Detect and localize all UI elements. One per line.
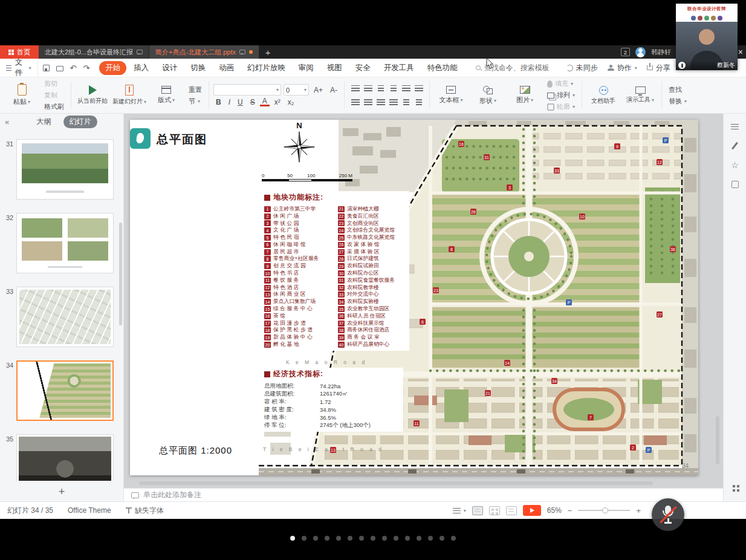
slide-indicator-dot[interactable] <box>428 536 433 541</box>
menu-item-9[interactable]: 安全 <box>349 61 377 75</box>
save-icon[interactable] <box>43 65 50 71</box>
reset-button[interactable]: 重置 <box>186 85 204 95</box>
slide-thumbnail-32[interactable]: 32 <box>0 213 123 273</box>
slide-thumbnail-35[interactable]: 35 <box>0 434 123 481</box>
menu-item-1[interactable]: 开始 <box>99 61 126 75</box>
replace-button[interactable]: 替换▾ <box>666 96 689 106</box>
slide-indicator-dot[interactable] <box>348 536 352 541</box>
font-size-combo[interactable]: ▾ <box>284 84 309 96</box>
bullet-list-icon[interactable] <box>351 85 360 92</box>
font-color-button[interactable]: A <box>260 97 270 106</box>
superscript-button[interactable]: x² <box>272 98 283 106</box>
search-input[interactable] <box>484 63 562 72</box>
add-slide-button[interactable]: + <box>0 484 123 499</box>
vertical-scrollbar[interactable] <box>716 416 719 464</box>
missing-font-warning[interactable]: 缺失字体 <box>126 506 164 516</box>
muted-microphone-overlay[interactable] <box>652 498 684 531</box>
align-center-icon[interactable] <box>364 99 372 106</box>
slide-indicator-dot[interactable] <box>290 536 295 541</box>
menu-item-7[interactable]: 审阅 <box>293 61 320 75</box>
align-objects-icon[interactable] <box>416 99 422 106</box>
slide-indicator-dot[interactable] <box>439 536 444 541</box>
slide-indicator-dot[interactable] <box>336 536 341 541</box>
fill-button[interactable]: 填充▾ <box>545 79 577 89</box>
theme-name[interactable]: Office Theme <box>68 506 111 515</box>
new-slide-button[interactable]: 新建幻灯片▾ <box>112 80 146 111</box>
present-tools-button[interactable]: 演示工具▾ <box>623 80 657 111</box>
print-icon[interactable] <box>56 66 63 71</box>
align-right-icon[interactable] <box>377 99 385 106</box>
normal-view-button[interactable] <box>472 506 483 515</box>
section-button[interactable]: 节▾ <box>186 96 204 106</box>
webcam-overlay[interactable]: 联合毕业设计答辩 蔡新冬 <box>676 4 738 70</box>
reading-view-button[interactable] <box>506 506 517 515</box>
collapse-panel-button[interactable]: « <box>5 117 9 126</box>
thumbnail-preview[interactable] <box>16 434 114 481</box>
zoom-out-button[interactable]: − <box>568 506 572 515</box>
thumbnail-preview[interactable] <box>16 139 114 200</box>
arrange-button[interactable]: 排列▾ <box>545 90 577 100</box>
sync-status[interactable]: 未同步 <box>566 63 598 73</box>
new-tab-button[interactable]: + <box>259 45 276 59</box>
copy-button[interactable]: 复制 <box>42 90 66 100</box>
font-name-combo[interactable]: ▾ <box>213 84 281 96</box>
slide-indicator-dot[interactable] <box>371 536 375 541</box>
strikethrough-button[interactable]: S <box>248 98 258 106</box>
thumbnail-preview[interactable] <box>16 360 114 421</box>
slide-indicator-dot[interactable] <box>382 536 387 541</box>
home-tab[interactable]: 首页 <box>0 45 39 59</box>
line-spacing-icon[interactable] <box>402 85 410 92</box>
menu-item-11[interactable]: 特色功能 <box>421 61 464 75</box>
justify-icon[interactable] <box>389 99 398 106</box>
paste-button[interactable]: 粘贴▾ <box>5 80 39 111</box>
undo-button[interactable]: ↶ <box>70 63 77 73</box>
editor-canvas[interactable]: K e M a o R o a d T i e B e i E a s t R … <box>124 114 723 488</box>
grow-font-button[interactable]: A+ <box>311 86 325 94</box>
slide-indicator-dot[interactable] <box>359 536 364 541</box>
play-from-current-button[interactable]: 从当前开始 <box>76 80 109 111</box>
tab-outline[interactable]: 大纲 <box>31 116 57 128</box>
bold-button[interactable]: B <box>213 98 224 106</box>
document-tab-2[interactable]: 简介+亮点-北建大二组.pptx <box>149 45 259 59</box>
textbox-button[interactable]: 文本框▾ <box>434 80 468 111</box>
window-close-button[interactable]: × <box>738 47 743 57</box>
user-avatar[interactable] <box>635 47 646 57</box>
shrink-font-button[interactable]: A- <box>328 86 340 94</box>
redo-button[interactable]: ↷ <box>83 63 89 73</box>
collaborate-button[interactable]: 协作▾ <box>608 63 637 73</box>
format-painter-button[interactable]: 格式刷 <box>42 102 66 112</box>
slide-indicator-dot[interactable] <box>302 536 307 541</box>
nav-pane-icon[interactable] <box>728 120 742 133</box>
star-icon[interactable]: ☆ <box>728 158 742 172</box>
zoom-slider-knob[interactable] <box>602 507 608 513</box>
slideshow-play-button[interactable] <box>523 505 541 516</box>
text-direction-icon[interactable] <box>415 85 423 92</box>
increase-indent-icon[interactable] <box>391 85 397 92</box>
share-button[interactable]: 分享 <box>647 63 670 73</box>
numbered-list-icon[interactable] <box>364 85 372 92</box>
slide-indicator-dot[interactable] <box>417 536 421 541</box>
menu-item-6[interactable]: 幻灯片放映 <box>241 61 291 75</box>
menu-item-10[interactable]: 开发工具 <box>378 61 420 75</box>
menu-item-5[interactable]: 动画 <box>213 61 240 75</box>
grid-view-icon[interactable] <box>728 481 742 494</box>
slide-indicator-dot[interactable] <box>325 536 329 541</box>
slide-34[interactable]: K e M a o R o a d T i e B e i E a s t R … <box>130 120 698 475</box>
align-left-icon[interactable] <box>351 99 360 106</box>
menu-item-2[interactable]: 插入 <box>128 61 155 75</box>
document-tab-1[interactable]: 北建大2组-0...合毕设最终汇报 <box>39 45 149 59</box>
menu-item-4[interactable]: 切换 <box>184 61 212 75</box>
outline-button[interactable]: 轮廓▾ <box>545 102 577 112</box>
subscript-button[interactable]: x₂ <box>285 98 297 106</box>
tab-slides[interactable]: 幻灯片 <box>63 116 97 128</box>
zoom-in-button[interactable]: + <box>636 506 641 515</box>
font-name-input[interactable] <box>216 86 276 94</box>
thumbnail-preview[interactable] <box>16 287 114 347</box>
notes-toggle[interactable]: ▾ <box>453 508 466 513</box>
zoom-level[interactable]: 65% <box>547 506 562 515</box>
zoom-slider[interactable] <box>578 510 630 511</box>
menu-item-3[interactable]: 设计 <box>156 61 183 75</box>
slide-thumbnail-33[interactable]: 33 <box>0 287 123 347</box>
slide-indicator-dot[interactable] <box>313 536 318 541</box>
underline-button[interactable]: U <box>235 98 245 106</box>
